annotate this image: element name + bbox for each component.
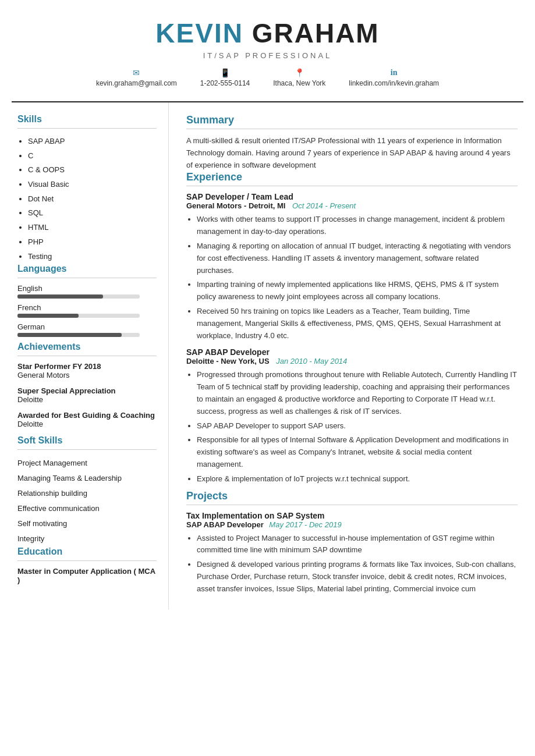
skill-item: Dot Net	[28, 192, 157, 207]
bullet-item: SAP ABAP Developer to support SAP users.	[197, 420, 518, 432]
job-company-1: General Motors - Detroit, MI	[186, 201, 285, 210]
job-title-2: SAP ABAP Developer	[186, 347, 518, 357]
location-contact: 📍 Ithaca, New York	[273, 68, 325, 87]
email-contact: ✉ kevin.graham@gmail.com	[96, 68, 177, 87]
skill-item: PHP	[28, 235, 157, 250]
soft-skill-item: Project Management	[17, 456, 157, 471]
right-column: Summary A multi-skilled & result oriente…	[169, 102, 535, 609]
soft-skill-item: Self motivating	[17, 516, 157, 531]
job-title-1: SAP Developer / Team Lead	[186, 192, 518, 201]
skill-item: HTML	[28, 221, 157, 235]
projects-section: Projects Tax Implementation on SAP Syste…	[186, 490, 518, 595]
language-item: English	[17, 284, 157, 299]
achievements-section: Achievements Star Performer FY 2018 Gene…	[17, 342, 157, 428]
education-title: Education	[17, 546, 157, 557]
job-company-2: Deloitte - New York, US	[186, 357, 270, 365]
projects-divider	[186, 505, 518, 505]
job-entry-1: SAP Developer / Team Lead General Motors…	[186, 192, 518, 342]
skills-section: Skills SAP ABAP C C & OOPS Visual Basic …	[17, 114, 157, 264]
project-meta-1: SAP ABAP Developer May 2017 - Dec 2019	[186, 520, 518, 529]
skill-item: Visual Basic	[28, 178, 157, 192]
resume-header: KEVIN GRAHAM IT/SAP PROFESSIONAL ✉ kevin…	[0, 0, 535, 101]
job-bullets-1: Works with other teams to support IT pro…	[186, 214, 518, 342]
language-french: French	[17, 303, 157, 312]
projects-title: Projects	[186, 490, 518, 502]
job-date-1: Oct 2014 - Present	[292, 201, 356, 210]
location-icon: 📍	[295, 68, 304, 77]
achievement-item: Awarded for Best Guiding & Coaching Delo…	[17, 411, 157, 428]
email-label: kevin.graham@gmail.com	[96, 79, 177, 87]
achievement-item: Super Special Appreciation Deloitte	[17, 386, 157, 404]
last-name: GRAHAM	[252, 18, 380, 48]
contact-bar: ✉ kevin.graham@gmail.com 📱 1-202-555-011…	[12, 68, 523, 95]
email-icon: ✉	[133, 68, 140, 77]
phone-label: 1-202-555-0114	[200, 79, 250, 87]
achievement-org-3: Deloitte	[17, 420, 157, 428]
skill-item: SQL	[28, 206, 157, 221]
soft-skills-title: Soft Skills	[17, 435, 157, 446]
language-item: French	[17, 303, 157, 318]
job-bullets-2: Progressed through promotions throughout…	[186, 369, 518, 485]
project-title-1: Tax Implementation on SAP System	[186, 511, 518, 520]
soft-skills-divider	[17, 449, 157, 450]
summary-title: Summary	[186, 114, 518, 126]
project-entry-1: Tax Implementation on SAP System SAP ABA…	[186, 511, 518, 595]
bullet-item: Received 50 hrs training on topics like …	[197, 306, 518, 342]
location-label: Ithaca, New York	[273, 79, 325, 87]
language-german: German	[17, 322, 157, 331]
linkedin-icon: in	[391, 68, 398, 77]
bullet-item: Responsible for all types of Internal So…	[197, 434, 518, 470]
achievement-org-2: Deloitte	[17, 395, 157, 404]
bullet-item: Works with other teams to support IT pro…	[197, 214, 518, 238]
experience-divider	[186, 186, 518, 186]
french-bar-bg	[17, 314, 140, 318]
skills-divider	[17, 128, 157, 129]
english-bar-fill	[17, 294, 103, 299]
achievement-title-2: Super Special Appreciation	[17, 386, 157, 395]
soft-skills-list: Project Management Managing Teams & Lead…	[17, 456, 157, 546]
language-item: German	[17, 322, 157, 337]
french-bar-fill	[17, 314, 79, 318]
skill-item: SAP ABAP	[28, 134, 157, 149]
left-column: Skills SAP ABAP C C & OOPS Visual Basic …	[0, 102, 169, 609]
language-english: English	[17, 284, 157, 293]
first-name: KEVIN	[155, 18, 243, 48]
bullet-item: Managing & reporting on allocation of an…	[197, 240, 518, 276]
skill-item: Testing	[28, 250, 157, 264]
skill-item: C	[28, 149, 157, 164]
experience-section: Experience SAP Developer / Team Lead Gen…	[186, 171, 518, 485]
education-divider	[17, 560, 157, 561]
achievements-title: Achievements	[17, 342, 157, 352]
job-entry-2: SAP ABAP Developer Deloitte - New York, …	[186, 347, 518, 485]
phone-icon: 📱	[220, 68, 230, 77]
languages-title: Languages	[17, 264, 157, 274]
soft-skill-item: Relationship building	[17, 486, 157, 501]
german-bar-bg	[17, 333, 140, 337]
soft-skill-item: Managing Teams & Leadership	[17, 471, 157, 486]
languages-divider	[17, 278, 157, 278]
project-date-1: May 2017 - Dec 2019	[269, 520, 341, 529]
job-subtitle: IT/SAP PROFESSIONAL	[12, 51, 523, 60]
job-meta-1: General Motors - Detroit, MI Oct 2014 - …	[186, 201, 518, 210]
languages-section: Languages English French German	[17, 264, 157, 337]
achievement-title-3: Awarded for Best Guiding & Coaching	[17, 411, 157, 420]
summary-divider	[186, 129, 518, 129]
german-bar-fill	[17, 333, 122, 337]
full-name: KEVIN GRAHAM	[12, 17, 523, 49]
achievement-org-1: General Motors	[17, 371, 157, 379]
soft-skill-item: Effective communication	[17, 501, 157, 516]
achievements-divider	[17, 356, 157, 356]
main-layout: Skills SAP ABAP C C & OOPS Visual Basic …	[0, 102, 535, 609]
project-bullets-1: Assisted to Project Manager to successfu…	[186, 533, 518, 595]
bullet-item: Imparting training of newly implemented …	[197, 279, 518, 303]
education-degree: Master in Computer Application ( MCA )	[17, 567, 157, 584]
job-meta-2: Deloitte - New York, US Jan 2010 - May 2…	[186, 357, 518, 365]
education-section: Education Master in Computer Application…	[17, 546, 157, 584]
project-role-1: SAP ABAP Developer	[186, 520, 264, 529]
experience-title: Experience	[186, 171, 518, 183]
linkedin-contact: in linkedin.com/in/kevin.graham	[349, 68, 439, 87]
skills-list: SAP ABAP C C & OOPS Visual Basic Dot Net…	[17, 134, 157, 264]
english-bar-bg	[17, 294, 140, 299]
bullet-item: Designed & developed various printing pr…	[197, 559, 518, 595]
bullet-item: Explore & implementation of IoT projects…	[197, 473, 518, 485]
